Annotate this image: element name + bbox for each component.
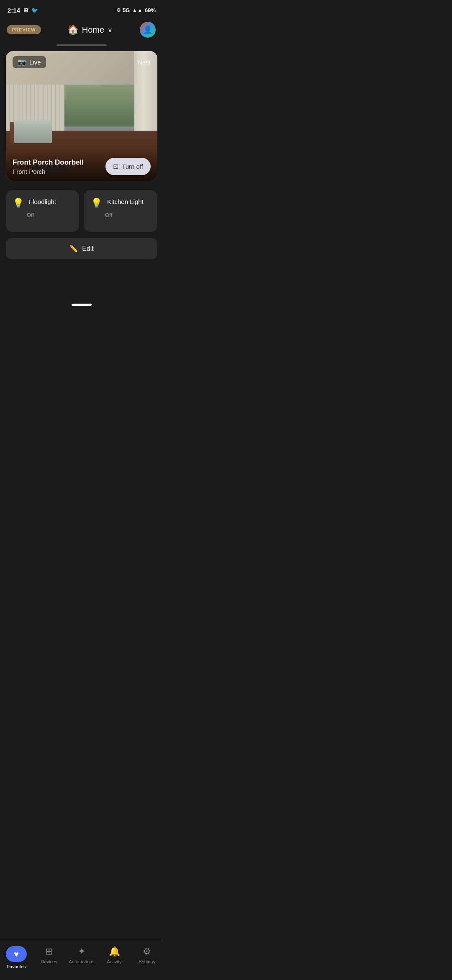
scroll-indicator [0, 43, 163, 48]
scroll-pill [56, 44, 107, 46]
kitchen-light-status: Off [105, 212, 151, 218]
kitchen-light-header: 💡 Kitchen Light [91, 198, 151, 209]
bulb-icon-floodlight: 💡 [13, 198, 24, 209]
status-indicators: ⊖ 5G ▲▲ 69% [116, 7, 156, 13]
nest-label: Nest [138, 59, 151, 66]
edit-button[interactable]: ✏️ Edit [6, 238, 157, 259]
camera-device-location: Front Porch [13, 168, 105, 175]
signal-icon: ▲▲ [132, 7, 143, 13]
chevron-down-icon: ∨ [108, 26, 113, 34]
live-label: Live [29, 59, 41, 66]
device-cards-row: 💡 Floodlight Off 💡 Kitchen Light Off [0, 184, 163, 232]
kitchen-light-name: Kitchen Light [107, 198, 144, 206]
camera-card[interactable]: 📷 Live Nest Front Porch Doorbell Front P… [6, 51, 157, 181]
edit-label: Edit [82, 245, 94, 253]
network-label: 5G [123, 7, 130, 13]
floodlight-card[interactable]: 💡 Floodlight Off [6, 190, 79, 232]
battery-label: 69% [145, 7, 156, 13]
home-icon: 🏠 [67, 24, 79, 35]
camera-info: Front Porch Doorbell Front Porch [13, 158, 105, 175]
turn-off-label: Turn off [122, 163, 143, 170]
home-indicator-pill [72, 304, 92, 306]
avatar[interactable]: 👤 [139, 21, 157, 39]
home-selector[interactable]: 🏠 Home ∨ [67, 24, 113, 35]
floodlight-header: 💡 Floodlight [13, 198, 72, 209]
porch-furniture [10, 114, 60, 143]
status-bar: 2:14 ⊞ 🐦 ⊖ 5G ▲▲ 69% [0, 0, 163, 18]
time-display: 2:14 [8, 7, 20, 14]
live-badge: 📷 Live [13, 56, 46, 68]
grid-icon: ⊞ [23, 7, 28, 13]
home-title: Home [82, 25, 104, 35]
turn-off-button[interactable]: ⊡ Turn off [105, 158, 151, 175]
app-header: PREVIEW 🏠 Home ∨ 👤 [0, 18, 163, 43]
bulb-icon-kitchen: 💡 [91, 198, 102, 209]
preview-badge: PREVIEW [7, 25, 41, 34]
dnd-icon: ⊖ [116, 7, 121, 13]
storage-chest [14, 120, 52, 143]
edit-icon: ✏️ [69, 245, 78, 253]
camera-device-name: Front Porch Doorbell [13, 158, 105, 167]
twitter-icon: 🐦 [31, 7, 38, 13]
avatar-icon: 👤 [143, 25, 152, 34]
floodlight-name: Floodlight [29, 198, 56, 206]
camera-off-icon: ⊡ [113, 162, 118, 170]
camera-header: 📷 Live Nest [6, 51, 157, 73]
camera-icon: 📷 [18, 58, 26, 66]
camera-overlay-bottom: Front Porch Doorbell Front Porch ⊡ Turn … [6, 152, 157, 181]
kitchen-light-card[interactable]: 💡 Kitchen Light Off [84, 190, 157, 232]
floodlight-status: Off [27, 212, 72, 218]
status-time-area: 2:14 ⊞ 🐦 [8, 7, 38, 14]
